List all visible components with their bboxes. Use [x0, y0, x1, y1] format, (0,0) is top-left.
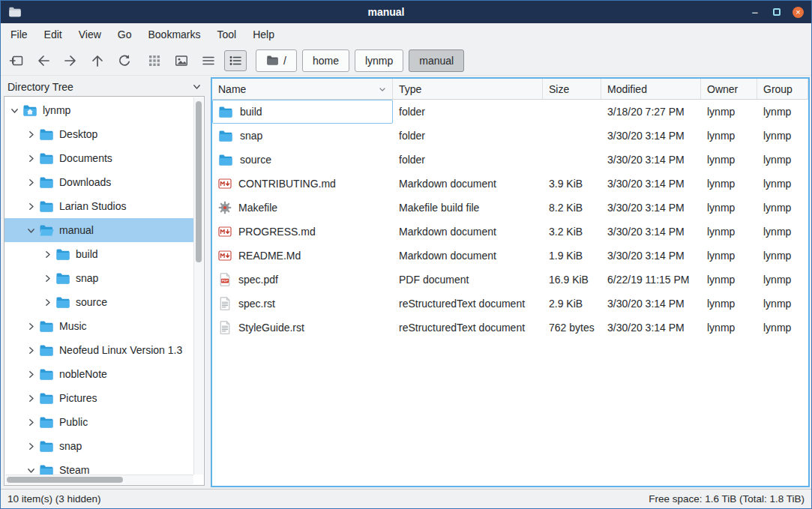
- tree-item-music[interactable]: Music: [4, 314, 193, 338]
- tree-item-neofeud-linux-version-1.3[interactable]: Neofeud Linux Version 1.3: [4, 338, 193, 362]
- detailed-list-view-button[interactable]: [224, 50, 247, 71]
- file-name: snap: [240, 130, 262, 142]
- titlebar[interactable]: manual − ×: [1, 1, 811, 23]
- file-row-progress.md[interactable]: PROGRESS.mdMarkdown document3.2 KiB3/30/…: [212, 220, 808, 244]
- column-header-type[interactable]: Type: [393, 79, 543, 99]
- vertical-scrollbar-thumb[interactable]: [196, 101, 202, 262]
- file-row-source[interactable]: sourcefolder3/30/20 3:14 PMlynmplynmp: [212, 148, 808, 172]
- tree-item-larian-studios[interactable]: Larian Studios: [4, 194, 193, 218]
- thumbnail-view-button[interactable]: [170, 50, 193, 71]
- chevron-right-icon[interactable]: [25, 202, 37, 211]
- chevron-right-icon[interactable]: [25, 346, 37, 355]
- tree-item-documents[interactable]: Documents: [4, 146, 193, 170]
- chevron-right-icon[interactable]: [42, 250, 53, 259]
- column-header-group[interactable]: Group: [757, 79, 808, 99]
- up-arrow-icon: [90, 53, 105, 68]
- tree-item-snap[interactable]: snap: [4, 266, 193, 290]
- maximize-button[interactable]: [771, 6, 783, 18]
- path-segment-manual[interactable]: manual: [409, 49, 464, 72]
- toolbar: / homelynmpmanual: [1, 46, 811, 76]
- chevron-right-icon[interactable]: [42, 298, 53, 307]
- chevron-down-icon[interactable]: [193, 82, 201, 91]
- go-forward-button[interactable]: [59, 50, 82, 71]
- file-owner-cell: lynmp: [701, 220, 757, 244]
- minimize-button[interactable]: −: [749, 6, 761, 18]
- new-tab-button[interactable]: [5, 50, 28, 71]
- tree-item-label: Music: [59, 320, 87, 332]
- chevron-down-icon[interactable]: [25, 226, 37, 235]
- column-header-owner[interactable]: Owner: [701, 79, 757, 99]
- file-owner-cell: lynmp: [701, 244, 757, 268]
- tree-item-desktop[interactable]: Desktop: [4, 122, 193, 146]
- chevron-down-icon[interactable]: [9, 106, 20, 115]
- column-header-name[interactable]: Name: [212, 79, 393, 99]
- menu-help[interactable]: Help: [244, 25, 283, 44]
- tree-item-downloads[interactable]: Downloads: [4, 170, 193, 194]
- tree-item-source[interactable]: source: [4, 290, 193, 314]
- file-row-contributing.md[interactable]: CONTRIBUTING.mdMarkdown document3.9 KiB3…: [212, 172, 808, 196]
- menu-edit[interactable]: Edit: [36, 25, 70, 44]
- path-root-label: /: [283, 55, 286, 67]
- file-row-readme.md[interactable]: README.MdMarkdown document1.9 KiB3/30/20…: [212, 244, 808, 268]
- file-row-snap[interactable]: snapfolder3/30/20 3:14 PMlynmplynmp: [212, 124, 808, 148]
- go-back-button[interactable]: [32, 50, 55, 71]
- chevron-right-icon[interactable]: [25, 130, 37, 139]
- file-modified-cell: 3/30/20 3:14 PM: [601, 148, 701, 172]
- path-root-button[interactable]: /: [256, 49, 297, 72]
- chevron-right-icon[interactable]: [25, 154, 37, 163]
- toolbar-nav-group: [5, 50, 136, 71]
- column-header-size[interactable]: Size: [543, 79, 601, 99]
- tree-item-noblenote[interactable]: nobleNote: [4, 362, 193, 386]
- chevron-right-icon[interactable]: [25, 178, 37, 187]
- tree-item-snap[interactable]: snap: [4, 434, 193, 458]
- tree-item-pictures[interactable]: Pictures: [4, 386, 193, 410]
- menu-file[interactable]: File: [2, 25, 36, 44]
- file-size-cell: 3.2 KiB: [543, 220, 601, 244]
- chevron-right-icon[interactable]: [25, 394, 37, 403]
- tree-item-steam[interactable]: Steam: [4, 458, 193, 475]
- file-row-spec.pdf[interactable]: PDFspec.pdfPDF document16.9 KiB6/22/19 1…: [212, 268, 808, 292]
- horizontal-scrollbar-thumb[interactable]: [7, 477, 123, 483]
- path-segment-lynmp[interactable]: lynmp: [355, 49, 403, 72]
- icon-view-button[interactable]: [143, 50, 166, 71]
- tree-item-build[interactable]: build: [4, 242, 193, 266]
- tree-item-lynmp[interactable]: lynmp: [4, 98, 193, 122]
- compact-view-button[interactable]: [197, 50, 220, 71]
- close-button[interactable]: ×: [793, 7, 804, 18]
- sidebar-header: Directory Tree: [4, 77, 205, 96]
- markdown-icon: [218, 249, 232, 262]
- file-size-cell: 1.9 KiB: [543, 244, 601, 268]
- go-up-button[interactable]: [86, 50, 109, 71]
- tree-item-label: Downloads: [59, 176, 111, 188]
- file-owner-cell: lynmp: [701, 268, 757, 292]
- chevron-right-icon[interactable]: [25, 322, 37, 331]
- status-item-count: 10 item(s) (3 hidden): [7, 493, 101, 505]
- tree-horizontal-scrollbar[interactable]: [5, 475, 193, 484]
- tree-item-public[interactable]: Public: [4, 410, 193, 434]
- table-header: NameTypeSizeModifiedOwnerGroup: [212, 79, 808, 100]
- tree-vertical-scrollbar[interactable]: [193, 97, 203, 475]
- column-label: Size: [549, 83, 595, 95]
- file-row-styleguide.rst[interactable]: StyleGuide.rstreStructuredText document7…: [212, 316, 808, 340]
- file-group-cell: lynmp: [757, 172, 808, 196]
- file-row-spec.rst[interactable]: spec.rstreStructuredText document2.9 KiB…: [212, 292, 808, 316]
- chevron-right-icon[interactable]: [25, 370, 37, 379]
- chevron-right-icon[interactable]: [25, 442, 37, 451]
- file-size-cell: [543, 148, 601, 172]
- menu-view[interactable]: View: [70, 25, 109, 44]
- chevron-right-icon[interactable]: [42, 274, 53, 283]
- column-header-modified[interactable]: Modified: [601, 79, 701, 99]
- path-segment-home[interactable]: home: [302, 49, 349, 72]
- folder-icon: [266, 55, 279, 66]
- menu-bookmarks[interactable]: Bookmarks: [139, 25, 208, 44]
- menu-tool[interactable]: Tool: [209, 25, 245, 44]
- chevron-down-icon[interactable]: [25, 466, 37, 475]
- menu-go[interactable]: Go: [109, 25, 140, 44]
- column-label: Modified: [607, 83, 694, 95]
- reload-button[interactable]: [113, 50, 136, 71]
- file-row-makefile[interactable]: MakefileMakefile build file8.2 KiB3/30/2…: [212, 196, 808, 220]
- tree-item-manual[interactable]: manual: [4, 218, 193, 242]
- chevron-right-icon[interactable]: [25, 418, 37, 427]
- file-row-build[interactable]: buildfolder3/18/20 7:27 PMlynmplynmp: [212, 100, 808, 124]
- file-name: spec.rst: [238, 298, 275, 310]
